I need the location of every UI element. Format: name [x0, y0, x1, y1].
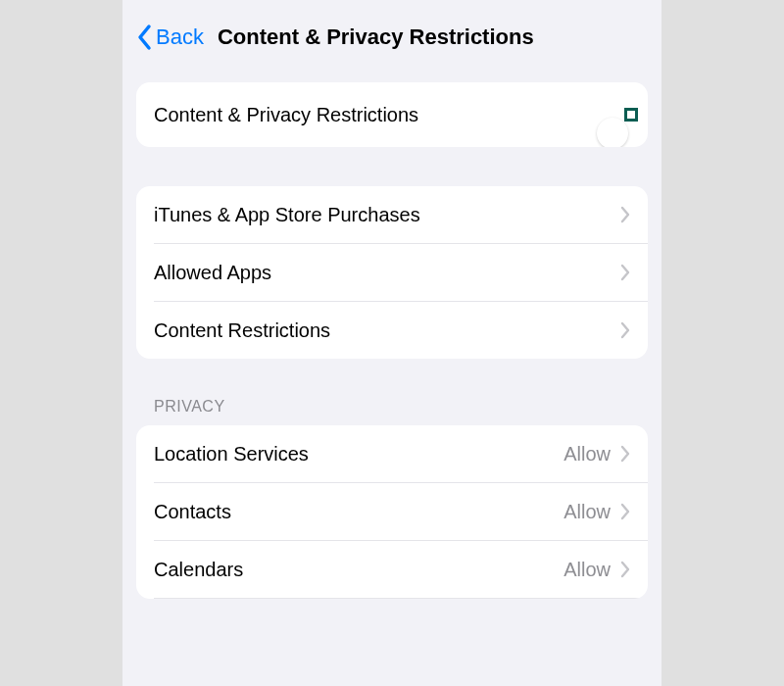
row-label: Allowed Apps — [154, 262, 271, 284]
chevron-right-icon — [620, 264, 630, 281]
row-accessory — [620, 264, 630, 281]
row-accessory: Allow — [564, 501, 630, 523]
chevron-right-icon — [620, 503, 630, 520]
content-privacy-toggle-row[interactable]: Content & Privacy Restrictions — [136, 82, 648, 147]
toggle-knob-icon — [597, 118, 628, 147]
page-title: Content & Privacy Restrictions — [218, 24, 534, 50]
row-value-text: Allow — [564, 501, 611, 523]
row-label: Calendars — [154, 559, 243, 581]
row-accessory: Allow — [564, 443, 630, 466]
row-accessory — [620, 206, 630, 223]
row-accessory — [620, 321, 630, 339]
calendars-row[interactable]: Calendars Allow — [136, 541, 648, 598]
row-accessory: Allow — [564, 559, 630, 581]
chevron-left-icon — [136, 24, 154, 51]
location-services-row[interactable]: Location Services Allow — [136, 425, 648, 482]
content-restrictions-row[interactable]: Content Restrictions — [136, 302, 648, 359]
chevron-right-icon — [620, 206, 630, 223]
divider — [154, 598, 648, 599]
row-value-text: Allow — [564, 559, 611, 581]
nav-header: Back Content & Privacy Restrictions — [122, 0, 662, 73]
chevron-right-icon — [620, 445, 630, 463]
privacy-group: Location Services Allow Contacts Allow C… — [136, 425, 648, 599]
restrictions-group: iTunes & App Store Purchases Allowed App… — [136, 186, 648, 359]
back-label: Back — [156, 24, 204, 50]
row-label: iTunes & App Store Purchases — [154, 204, 420, 226]
allowed-apps-row[interactable]: Allowed Apps — [136, 244, 648, 301]
privacy-section-header: Privacy — [154, 398, 662, 416]
row-value-text: Allow — [564, 443, 611, 466]
chevron-right-icon — [620, 321, 630, 339]
settings-screen: Back Content & Privacy Restrictions Cont… — [122, 0, 662, 686]
toggle-highlight — [624, 108, 638, 122]
row-label: Contacts — [154, 501, 231, 523]
contacts-row[interactable]: Contacts Allow — [136, 483, 648, 540]
row-label: Content & Privacy Restrictions — [154, 104, 418, 126]
itunes-appstore-row[interactable]: iTunes & App Store Purchases — [136, 186, 648, 243]
row-label: Location Services — [154, 443, 309, 466]
row-label: Content Restrictions — [154, 319, 330, 342]
chevron-right-icon — [620, 561, 630, 578]
toggle-group: Content & Privacy Restrictions — [136, 82, 648, 147]
back-button[interactable]: Back — [136, 24, 204, 51]
